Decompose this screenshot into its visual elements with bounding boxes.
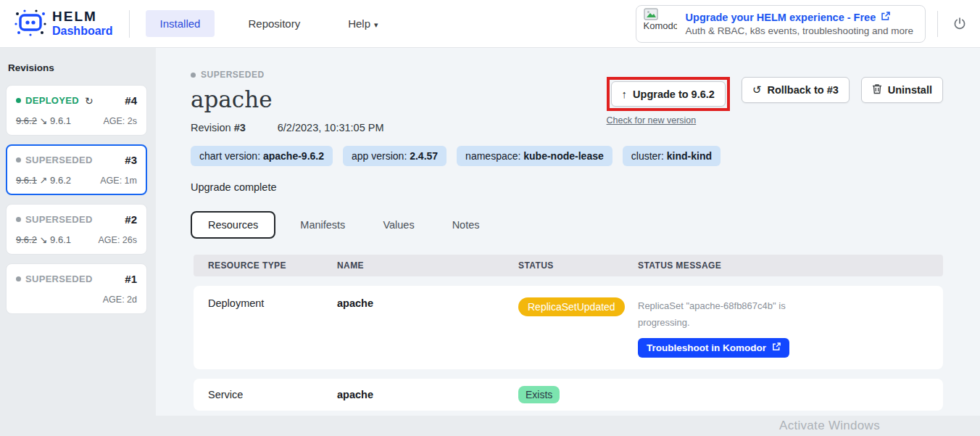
banner-title[interactable]: Upgrade your HELM experience - Free bbox=[686, 12, 913, 23]
app-version-value: 2.4.57 bbox=[410, 150, 438, 162]
broken-image-placeholder: Komodor bbox=[644, 8, 677, 40]
status-message-text: ReplicaSet "apache-68fb867c4b" is progre… bbox=[638, 297, 786, 332]
main-nav: Installed Repository Help▾ bbox=[146, 10, 393, 37]
revision-date: 6/2/2023, 10:31:05 PM bbox=[278, 122, 384, 133]
rollback-button-label: Rollback to #3 bbox=[767, 84, 838, 96]
release-actions: ↑ Upgrade to 9.6.2 Check for new version… bbox=[607, 77, 943, 126]
tab-manifests[interactable]: Manifests bbox=[287, 213, 358, 237]
broken-image-icon bbox=[644, 8, 658, 20]
revision-status: SUPERSEDED bbox=[16, 214, 93, 225]
revision-card-4[interactable]: DEPLOYED ↻ #4 9.6.2 ↘ 9.6.1 AGE: 2s bbox=[6, 85, 147, 136]
revision-card-2[interactable]: SUPERSEDED #2 9.6.2 ↘ 9.6.1 AGE: 26s bbox=[6, 204, 147, 255]
nav-installed[interactable]: Installed bbox=[146, 10, 215, 37]
helm-dashboard-logo[interactable]: HELM Dashboard bbox=[14, 8, 113, 40]
resource-name-cell: apache bbox=[337, 389, 518, 400]
rollback-icon: ↺ bbox=[752, 83, 762, 96]
revision-number: #1 bbox=[125, 273, 137, 285]
revision-versions: 9.6.2 ↘ 9.6.1 bbox=[16, 234, 71, 245]
revisions-heading: Revisions bbox=[8, 62, 147, 73]
status-dot-icon bbox=[16, 98, 21, 103]
footer-strip: Activate Windows bbox=[0, 416, 980, 436]
revision-status-label: SUPERSEDED bbox=[25, 214, 93, 225]
tab-notes[interactable]: Notes bbox=[439, 213, 493, 237]
revision-card-3[interactable]: SUPERSEDED #3 9.6.1 ↗ 9.6.2 AGE: 1m bbox=[6, 144, 147, 195]
revision-status-label: SUPERSEDED bbox=[25, 155, 93, 165]
shutdown-button[interactable] bbox=[950, 14, 970, 34]
status-dot-icon bbox=[16, 217, 21, 222]
revision-versions: 9.6.1 ↗ 9.6.2 bbox=[16, 175, 71, 186]
troubleshoot-button[interactable]: Troubleshoot in Komodor bbox=[638, 338, 789, 358]
check-new-version-link[interactable]: Check for new version bbox=[607, 115, 697, 126]
release-metadata-chips: chart version: apache-9.6.2 app version:… bbox=[191, 146, 943, 166]
release-status: SUPERSEDED bbox=[191, 70, 384, 80]
revision-status: SUPERSEDED bbox=[16, 155, 93, 165]
version-arrow-icon: ↗ bbox=[40, 175, 48, 186]
revision-status: DEPLOYED ↻ bbox=[16, 95, 94, 107]
detail-tabs: Resources Manifests Values Notes bbox=[191, 211, 943, 239]
banner-image-alt-text: Komodor bbox=[644, 20, 677, 31]
uninstall-button[interactable]: Uninstall bbox=[861, 77, 943, 103]
chevron-down-icon: ▾ bbox=[374, 20, 378, 29]
resource-status-cell: ReplicaSetUpdated bbox=[518, 297, 638, 316]
table-row: Service apache Exists bbox=[194, 379, 943, 411]
logo-text: HELM Dashboard bbox=[52, 9, 113, 37]
status-message-cell: ReplicaSet "apache-68fb867c4b" is progre… bbox=[638, 297, 943, 358]
logo-subtitle: Dashboard bbox=[52, 25, 113, 38]
resource-type-cell: Service bbox=[208, 389, 337, 400]
activate-windows-watermark: Activate Windows bbox=[779, 419, 880, 433]
top-header: HELM Dashboard Installed Repository Help… bbox=[0, 0, 980, 48]
resource-name-cell: apache bbox=[337, 297, 518, 309]
reload-icon: ↻ bbox=[85, 95, 94, 107]
new-version: 9.6.1 bbox=[50, 234, 71, 245]
namespace-chip: namespace: kube-node-lease bbox=[457, 146, 612, 166]
revision-number: #3 bbox=[125, 154, 137, 166]
header-divider bbox=[129, 10, 130, 38]
rollback-button[interactable]: ↺ Rollback to #3 bbox=[742, 77, 850, 103]
upgrade-button[interactable]: ↑ Upgrade to 9.6.2 bbox=[611, 81, 726, 107]
revision-number: #2 bbox=[125, 213, 137, 226]
status-dot-icon bbox=[16, 276, 21, 281]
red-highlight-box: ↑ Upgrade to 9.6.2 bbox=[607, 77, 730, 111]
revision-number: #3 bbox=[234, 122, 246, 133]
logo-title: HELM bbox=[52, 9, 113, 25]
version-arrow-icon: ↘ bbox=[40, 115, 48, 126]
revision-card-1[interactable]: SUPERSEDED #1 AGE: 2d bbox=[6, 263, 147, 314]
komodor-upgrade-banner[interactable]: Komodor Upgrade your HELM experience - F… bbox=[636, 5, 926, 43]
revisions-sidebar: Revisions DEPLOYED ↻ #4 9.6.2 ↘ 9.6.1 AG… bbox=[0, 48, 156, 416]
arrow-up-icon: ↑ bbox=[622, 88, 628, 100]
table-header-row: RESOURCE TYPE NAME STATUS STATUS MESSAGE bbox=[194, 255, 943, 276]
revision-status: SUPERSEDED bbox=[16, 273, 93, 284]
nav-help[interactable]: Help▾ bbox=[333, 10, 392, 37]
revision-versions: 9.6.2 ↘ 9.6.1 bbox=[16, 115, 71, 126]
table-row: Deployment apache ReplicaSetUpdated Repl… bbox=[194, 286, 943, 369]
old-version: 9.6.1 bbox=[16, 175, 37, 186]
revision-status-label: SUPERSEDED bbox=[25, 273, 93, 284]
resources-table: RESOURCE TYPE NAME STATUS STATUS MESSAGE… bbox=[194, 255, 943, 411]
uninstall-button-label: Uninstall bbox=[888, 84, 932, 96]
tab-values[interactable]: Values bbox=[370, 213, 427, 237]
release-detail-panel: SUPERSEDED apache Revision #3 6/2/2023, … bbox=[156, 48, 980, 416]
old-version: 9.6.2 bbox=[16, 115, 37, 126]
upgrade-button-label: Upgrade to 9.6.2 bbox=[633, 89, 715, 100]
banner-subtitle: Auth & RBAC, k8s events, troubleshooting… bbox=[686, 25, 913, 36]
column-header-status: STATUS bbox=[518, 260, 638, 271]
revision-label: Revision #3 bbox=[191, 122, 246, 133]
external-link-icon bbox=[881, 12, 890, 23]
revision-age: AGE: 1m bbox=[100, 176, 137, 186]
troubleshoot-button-label: Troubleshoot in Komodor bbox=[647, 342, 766, 353]
trash-icon bbox=[872, 83, 882, 96]
nav-repository[interactable]: Repository bbox=[233, 10, 315, 37]
namespace-value: kube-node-lease bbox=[523, 150, 603, 162]
tab-resources[interactable]: Resources bbox=[191, 211, 275, 239]
helm-logo-icon bbox=[14, 8, 46, 40]
old-version: 9.6.2 bbox=[16, 234, 37, 245]
revision-number: #4 bbox=[125, 94, 137, 107]
resource-type-cell: Deployment bbox=[208, 297, 337, 309]
upgrade-action-group: ↑ Upgrade to 9.6.2 Check for new version bbox=[607, 77, 730, 126]
cluster-chip: cluster: kind-kind bbox=[623, 146, 721, 166]
resource-status-cell: Exists bbox=[518, 386, 638, 403]
banner-title-text: Upgrade your HELM experience - Free bbox=[686, 12, 876, 23]
chart-version-value: apache-9.6.2 bbox=[263, 150, 324, 162]
column-header-resource-type: RESOURCE TYPE bbox=[208, 260, 337, 271]
nav-help-label: Help bbox=[348, 17, 370, 30]
